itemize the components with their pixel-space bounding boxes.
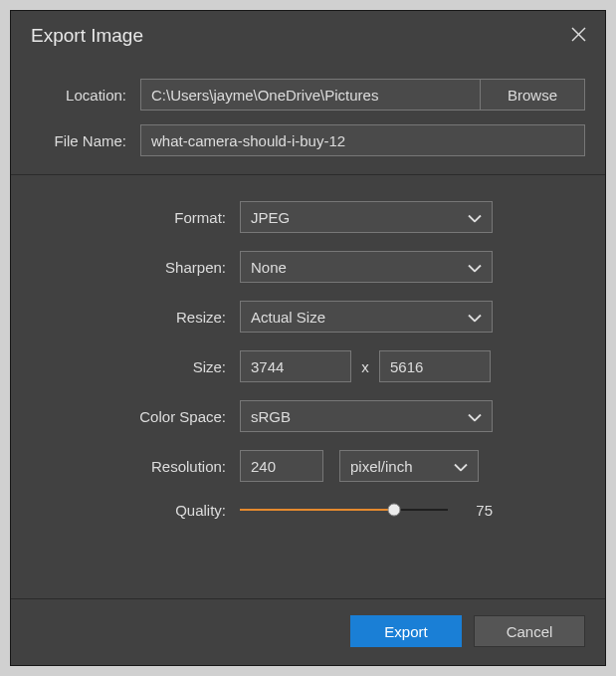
slider-track-filled <box>240 509 394 511</box>
export-button[interactable]: Export <box>350 615 462 647</box>
chevron-down-icon <box>468 408 482 425</box>
chevron-down-icon <box>468 209 482 226</box>
cancel-button[interactable]: Cancel <box>474 615 585 647</box>
quality-label: Quality: <box>31 502 240 519</box>
export-dialog: Export Image Location: C:\Users\jayme\On… <box>10 10 606 666</box>
sharpen-select[interactable]: None <box>240 251 493 283</box>
resolution-unit-value: pixel/inch <box>350 458 413 475</box>
format-value: JPEG <box>251 209 290 226</box>
close-icon <box>571 27 586 46</box>
close-button[interactable] <box>569 27 587 45</box>
slider-track-empty <box>394 509 448 511</box>
dialog-footer: Export Cancel <box>11 598 605 665</box>
location-label: Location: <box>31 87 140 104</box>
sharpen-value: None <box>251 259 287 276</box>
titlebar: Export Image <box>11 11 605 65</box>
size-label: Size: <box>31 358 240 375</box>
dialog-title: Export Image <box>31 25 143 47</box>
colorspace-select[interactable]: sRGB <box>240 400 493 432</box>
resolution-label: Resolution: <box>31 458 240 475</box>
quality-value: 75 <box>476 502 493 519</box>
chevron-down-icon <box>454 458 468 475</box>
resolution-unit-select[interactable]: pixel/inch <box>339 450 479 482</box>
chevron-down-icon <box>468 309 482 326</box>
resize-select[interactable]: Actual Size <box>240 301 493 333</box>
resize-value: Actual Size <box>251 309 325 326</box>
location-input[interactable]: C:\Users\jayme\OneDrive\Pictures <box>140 79 480 111</box>
resolution-input[interactable]: 240 <box>240 450 323 482</box>
filename-label: File Name: <box>31 132 140 149</box>
size-separator: x <box>351 358 379 375</box>
colorspace-label: Color Space: <box>31 408 240 425</box>
sharpen-label: Sharpen: <box>31 259 240 276</box>
chevron-down-icon <box>468 259 482 276</box>
file-section: Location: C:\Users\jayme\OneDrive\Pictur… <box>11 65 605 175</box>
colorspace-value: sRGB <box>251 408 291 425</box>
filename-input[interactable]: what-camera-should-i-buy-12 <box>140 124 585 156</box>
options-section: Format: JPEG Sharpen: None Resize: Actua… <box>11 175 605 598</box>
height-input[interactable]: 5616 <box>379 350 491 382</box>
slider-thumb[interactable] <box>387 504 400 517</box>
resize-label: Resize: <box>31 309 240 326</box>
quality-slider[interactable] <box>240 500 448 520</box>
width-input[interactable]: 3744 <box>240 350 351 382</box>
format-label: Format: <box>31 209 240 226</box>
browse-button[interactable]: Browse <box>480 79 585 111</box>
format-select[interactable]: JPEG <box>240 201 493 233</box>
